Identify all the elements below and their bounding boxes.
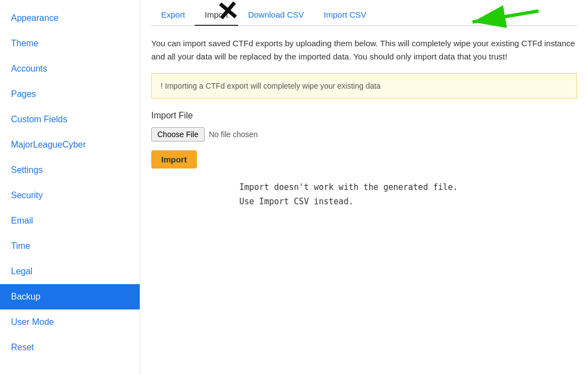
description-text: You can import saved CTFd exports by upl… (151, 37, 577, 63)
sidebar-item-security[interactable]: Security (0, 183, 140, 208)
import-button[interactable]: Import (151, 150, 197, 169)
sidebar-item-accounts[interactable]: Accounts (0, 56, 140, 81)
warning-text: ! Importing a CTFd export will completel… (161, 81, 381, 90)
main-content: ExportImportDownload CSVImport CSV✕ You … (140, 0, 588, 375)
sidebar-item-time[interactable]: Time (0, 233, 140, 259)
mono-note: Import doesn't work with the generated f… (239, 181, 577, 209)
tab-download-csv[interactable]: Download CSV (238, 4, 314, 26)
sidebar-item-backup[interactable]: Backup (0, 284, 140, 309)
tab-import[interactable]: Import (195, 4, 238, 26)
tab-import-csv[interactable]: Import CSV (314, 4, 377, 26)
mono-line2: Use Import CSV instead. (239, 195, 577, 209)
sidebar-item-email[interactable]: Email (0, 208, 140, 233)
sidebar-item-settings[interactable]: Settings (0, 157, 140, 183)
sidebar-item-appearance[interactable]: Appearance (0, 6, 140, 31)
import-file-label: Import File (151, 111, 577, 121)
sidebar-item-custom-fields[interactable]: Custom Fields (0, 107, 140, 132)
sidebar-item-legal[interactable]: Legal (0, 259, 140, 284)
svg-line-1 (472, 11, 538, 22)
tab-export[interactable]: Export (151, 4, 195, 26)
arrow-annotation (467, 3, 544, 35)
sidebar-item-pages[interactable]: Pages (0, 81, 140, 107)
warning-box: ! Importing a CTFd export will completel… (151, 73, 577, 99)
mono-line1: Import doesn't work with the generated f… (239, 181, 577, 195)
sidebar-item-majorleaguecyber[interactable]: MajorLeagueCyber (0, 132, 140, 157)
sidebar-item-reset[interactable]: Reset (0, 335, 140, 360)
no-file-text: No file chosen (209, 130, 258, 139)
choose-file-button[interactable]: Choose File (151, 127, 205, 142)
sidebar-item-user-mode[interactable]: User Mode (0, 309, 140, 335)
tabs-bar: ExportImportDownload CSVImport CSV✕ (151, 0, 577, 26)
file-input-row: Choose File No file chosen (151, 127, 577, 142)
sidebar: AppearanceThemeAccountsPagesCustom Field… (0, 0, 140, 375)
sidebar-item-theme[interactable]: Theme (0, 31, 140, 56)
